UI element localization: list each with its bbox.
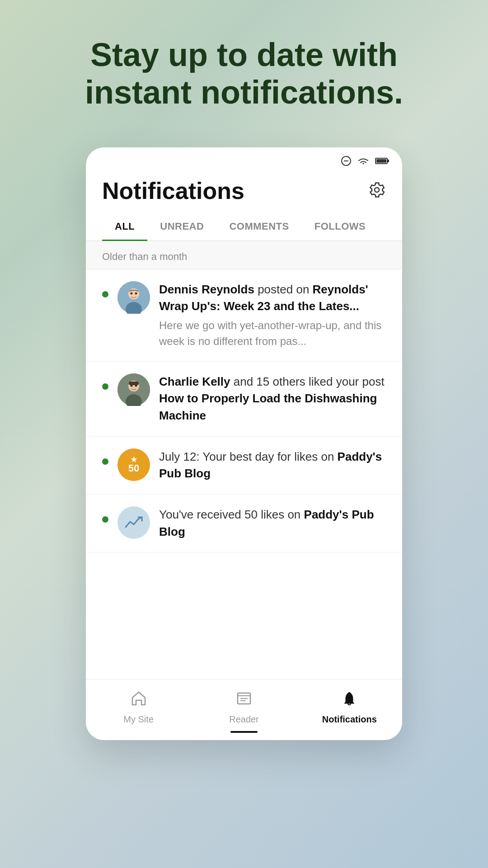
headline-line2: instant notifications.	[85, 74, 403, 110]
notifications-icon	[341, 690, 357, 711]
notification-item[interactable]: Charlie Kelly and 15 others liked your p…	[86, 362, 402, 437]
nav-item-reader[interactable]: Reader	[191, 690, 296, 733]
svg-rect-4	[387, 160, 389, 162]
nav-label-reader: Reader	[229, 714, 259, 725]
wifi-icon	[357, 156, 370, 167]
nav-item-mysite[interactable]: My Site	[86, 690, 191, 733]
svg-rect-15	[129, 382, 139, 385]
section-header: Older than a month	[86, 241, 402, 269]
avatar	[117, 506, 150, 539]
header: Notifications	[86, 173, 402, 213]
headline: Stay up to date with instant notificatio…	[58, 36, 430, 111]
bottom-nav: My Site Reader Notifications	[86, 679, 402, 740]
notification-text: Charlie Kelly and 15 others liked your p…	[159, 373, 386, 425]
notification-text: You've received 50 likes on Paddy's Pub …	[159, 506, 386, 540]
battery-icon	[375, 157, 389, 167]
notification-text: Dennis Reynolds posted on Reynolds' Wrap…	[159, 281, 386, 349]
headline-line1: Stay up to date with	[90, 37, 398, 73]
settings-icon[interactable]	[368, 181, 386, 203]
avatar	[117, 373, 150, 406]
tab-all[interactable]: ALL	[102, 213, 147, 241]
do-not-disturb-icon	[341, 156, 352, 168]
tab-follows[interactable]: FOLLOWS	[302, 213, 378, 241]
svg-rect-3	[376, 159, 386, 163]
svg-point-9	[135, 292, 137, 294]
page-title: Notifications	[102, 177, 244, 204]
nav-label-mysite: My Site	[123, 714, 154, 725]
unread-indicator	[102, 383, 108, 390]
tab-unread[interactable]: UNREAD	[147, 213, 216, 241]
svg-point-8	[131, 292, 133, 294]
reader-icon	[236, 690, 252, 711]
nav-label-notifications: Notifications	[322, 714, 377, 725]
notification-item[interactable]: You've received 50 likes on Paddy's Pub …	[86, 495, 402, 552]
unread-indicator	[102, 458, 108, 465]
avatar	[117, 281, 150, 314]
notification-item[interactable]: ★ 50 July 12: Your best day for likes on…	[86, 437, 402, 495]
home-icon	[131, 690, 147, 711]
unread-indicator	[102, 291, 108, 297]
nav-item-notifications[interactable]: Notifications	[297, 690, 402, 733]
avatar: ★ 50	[117, 448, 150, 481]
tabs-bar: ALL UNREAD COMMENTS FOLLOWS	[86, 213, 402, 241]
tab-comments[interactable]: COMMENTS	[216, 213, 301, 241]
reader-indicator	[230, 731, 258, 733]
phone-frame: Notifications ALL UNREAD COMMENTS FOLLOW…	[86, 147, 402, 741]
content-spacer	[86, 552, 402, 679]
unread-indicator	[102, 516, 108, 523]
notification-item[interactable]: Dennis Reynolds posted on Reynolds' Wrap…	[86, 269, 402, 362]
notification-text: July 12: Your best day for likes on Padd…	[159, 448, 386, 482]
status-bar	[86, 147, 402, 173]
